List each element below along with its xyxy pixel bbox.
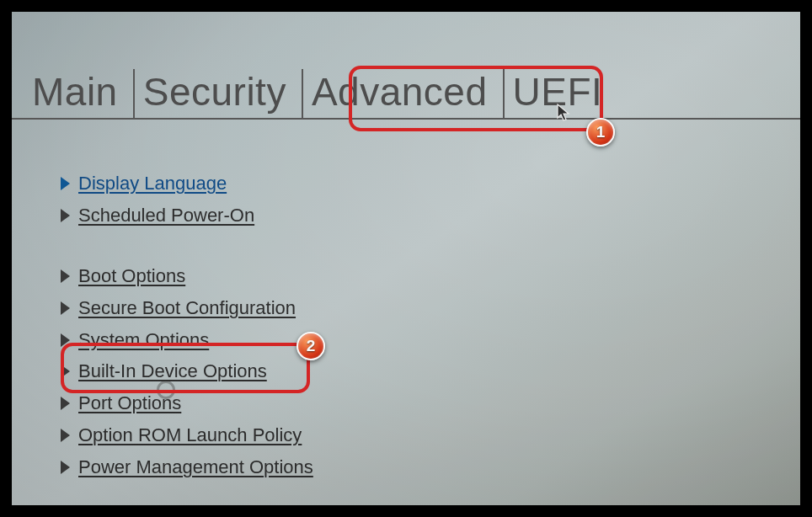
arrow-icon (61, 209, 70, 222)
menu-item-label: Option ROM Launch Policy (78, 422, 302, 449)
arrow-icon (61, 365, 70, 378)
menu-item-label: Secure Boot Configuration (78, 295, 296, 322)
menu-boot-options[interactable]: Boot Options (52, 263, 800, 290)
menu-item-label: Boot Options (78, 263, 185, 290)
menu-item-label: Built-In Device Options (78, 358, 267, 385)
menu-port-options[interactable]: Port Options (52, 390, 800, 417)
tab-main[interactable]: Main (24, 69, 133, 118)
arrow-icon (61, 397, 70, 410)
arrow-icon (61, 461, 70, 474)
menu-built-in-device-options[interactable]: Built-In Device Options (52, 358, 800, 385)
tab-bar: Main Security Advanced UEFI (12, 12, 800, 120)
menu-display-language[interactable]: Display Language (52, 170, 800, 197)
menu-item-label: Port Options (78, 390, 181, 417)
arrow-icon (61, 333, 70, 347)
menu-power-management-options[interactable]: Power Management Options (52, 454, 800, 481)
arrow-icon (61, 429, 70, 442)
tab-advanced[interactable]: Advanced (303, 69, 503, 118)
menu-scheduled-power-on[interactable]: Scheduled Power-On (52, 202, 800, 229)
arrow-icon (61, 269, 70, 283)
menu-item-label: Scheduled Power-On (78, 202, 254, 229)
menu-content: Display Language Scheduled Power-On Boot… (12, 120, 800, 481)
menu-system-options[interactable]: System Options (52, 327, 800, 354)
arrow-icon (61, 301, 70, 315)
menu-item-label: System Options (78, 327, 209, 354)
menu-group-2: Boot Options Secure Boot Configuration S… (52, 263, 800, 481)
menu-group-1: Display Language Scheduled Power-On (52, 170, 800, 229)
bios-screen: Main Security Advanced UEFI Display Lang… (12, 12, 800, 505)
menu-item-label: Power Management Options (78, 454, 313, 481)
arrow-icon (61, 177, 70, 190)
menu-item-label: Display Language (78, 170, 227, 197)
tab-uefi[interactable]: UEFI (505, 69, 618, 118)
menu-option-rom-launch-policy[interactable]: Option ROM Launch Policy (52, 422, 800, 449)
menu-secure-boot-configuration[interactable]: Secure Boot Configuration (52, 295, 800, 322)
tab-security[interactable]: Security (135, 69, 302, 118)
